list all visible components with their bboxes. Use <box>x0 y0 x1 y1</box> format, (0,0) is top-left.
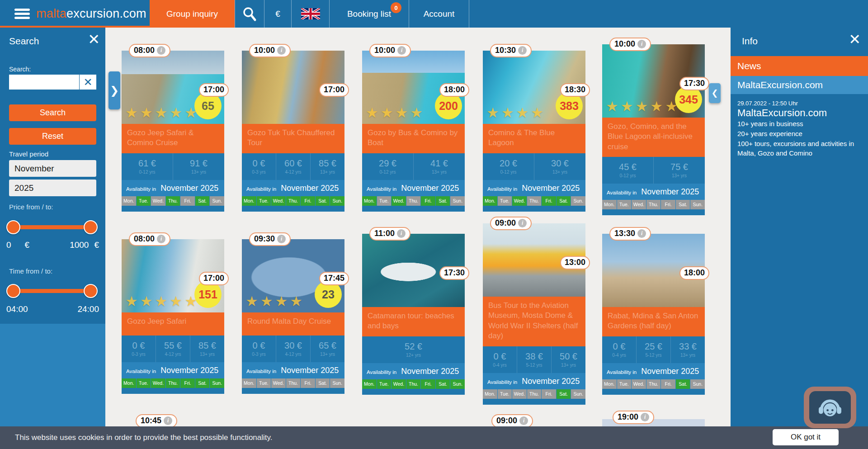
start-time-badge[interactable]: 10:30 i <box>490 44 532 57</box>
start-time-badge[interactable]: 08:00 i <box>129 232 170 246</box>
price-min-handle[interactable] <box>6 220 20 234</box>
weekday-chip: Thu. <box>286 378 301 388</box>
info-icon[interactable]: i <box>637 229 646 238</box>
group-inquiry-button[interactable]: Group inquiry <box>150 0 235 28</box>
excursion-card[interactable]: 09:30 i 17:45 ★★★★ 23 Round Malta Day Cr… <box>242 239 344 394</box>
start-time-badge[interactable]: 13:30 i <box>609 227 651 241</box>
start-time-badge[interactable]: 09:00i <box>491 414 533 428</box>
weekday-chip: Sun. <box>690 379 705 389</box>
info-icon[interactable]: i <box>518 219 527 227</box>
excursion-card[interactable]: 10:00 i 17:00 Gozo Tuk Tuk Chauffered To… <box>242 51 344 212</box>
month-select[interactable]: November <box>9 160 96 177</box>
start-time-badge[interactable]: 19:00i <box>613 411 654 424</box>
language-button[interactable] <box>291 0 329 28</box>
menu-button[interactable] <box>0 0 30 28</box>
search-input[interactable] <box>9 75 79 90</box>
booking-list-button[interactable]: Booking list 0 <box>329 0 409 28</box>
weekday-chip: Sun. <box>330 196 344 206</box>
weekday-chip: Mon. <box>483 389 497 399</box>
start-time: 09:00 <box>495 218 516 228</box>
info-icon[interactable]: i <box>637 40 646 48</box>
info-icon[interactable]: i <box>397 229 406 238</box>
info-icon[interactable]: i <box>157 46 165 55</box>
card-title[interactable]: Catamaran tour: beaches and bays <box>362 307 465 336</box>
card-title[interactable]: Gozo by Bus & Comino by Boat <box>362 124 465 153</box>
info-menu-news[interactable]: News <box>731 56 868 76</box>
end-time: 17:00 <box>203 274 224 284</box>
time-max-handle[interactable] <box>84 284 98 298</box>
hamburger-icon[interactable] <box>14 9 30 19</box>
clear-search-icon[interactable]: ✕ <box>79 75 96 90</box>
start-time-badge[interactable]: 08:00 i <box>129 44 170 57</box>
excursion-card[interactable]: 10:30 i 18:30 ★★★★ 383 Comino & The Blue… <box>483 51 585 212</box>
info-icon[interactable]: i <box>277 235 286 243</box>
availability-row: Availability in November 2025 <box>122 362 224 378</box>
search-button[interactable]: Search <box>9 104 96 121</box>
search-sidebar: Search ✕ Search: ✕ Search Reset Travel p… <box>0 28 105 449</box>
info-icon[interactable]: i <box>397 46 406 55</box>
year-select[interactable]: 2025 <box>9 180 96 196</box>
active-underline <box>0 26 150 28</box>
excursion-card[interactable]: 08:00 i 17:00 ★★★★★ 65 Gozo Jeep Safari … <box>122 51 224 212</box>
card-title[interactable]: Gozo Jeep Safari <box>122 312 224 336</box>
excursion-card[interactable]: 08:00 i 17:00 ★★★★★ 151 Gozo Jeep Safari… <box>122 239 224 394</box>
excursion-card[interactable]: 10:00 i 18:00 ★★★★ 200 Gozo by Bus & Com… <box>362 51 465 212</box>
info-icon[interactable]: i <box>164 416 172 425</box>
info-icon[interactable]: i <box>519 416 528 425</box>
excursion-card[interactable]: 11:00 i 17:30 Catamaran tour: beaches an… <box>362 234 465 395</box>
availability-label: Availability in <box>607 190 637 195</box>
excursion-card[interactable]: 13:30 i 18:00 Rabat, Mdina & San Anton G… <box>602 234 705 395</box>
card-title[interactable]: Rabat, Mdina & San Anton Gardens (half d… <box>602 307 705 336</box>
start-time-badge[interactable]: 09:00 i <box>490 217 532 230</box>
weekday-chip: Wed. <box>632 200 646 209</box>
card-title[interactable]: Round Malta Day Cruise <box>242 312 344 336</box>
price-tier: 38 €5-12 yrs <box>517 346 552 373</box>
info-icon[interactable]: i <box>641 413 649 421</box>
info-icon[interactable]: i <box>157 235 165 243</box>
start-time: 13:30 <box>614 229 635 239</box>
weekday-chip: Wed. <box>392 196 406 206</box>
start-time-badge[interactable]: 09:30 i <box>249 232 291 246</box>
info-menu-site[interactable]: MaltaExcursion.com <box>731 76 868 94</box>
card-title[interactable]: Gozo, Comino, and the Blue Lagoon all-in… <box>602 118 705 157</box>
price-max-handle[interactable] <box>84 220 98 234</box>
weekday-chip: Wed. <box>151 378 165 388</box>
support-chat-widget[interactable] <box>804 387 856 428</box>
start-time-badge[interactable]: 10:45i <box>136 414 177 428</box>
availability-row: Availability in November 2025 <box>602 363 705 379</box>
info-close-icon[interactable]: ✕ <box>849 32 861 47</box>
time-min-handle[interactable] <box>6 284 20 298</box>
star-rating: ★★★★ <box>245 293 305 310</box>
availability-row: Availability in November 2025 <box>483 180 585 196</box>
price-tier: 52 €12+ yrs <box>362 336 465 363</box>
card-title[interactable]: Gozo Jeep Safari & Comino Cruise <box>122 124 224 153</box>
card-title[interactable]: Bus Tour to the Aviation Museum, Mosta D… <box>483 297 585 346</box>
price-tier: 75 €13+ yrs <box>654 157 705 184</box>
weekday-chip: Fri. <box>661 200 675 209</box>
cookie-accept-button[interactable]: OK got it <box>773 429 839 445</box>
excursion-card[interactable]: 09:00 i 13:00 Bus Tour to the Aviation M… <box>483 223 585 405</box>
collapse-info-chevron[interactable]: ❮ <box>709 83 721 103</box>
sidebar-close-icon[interactable]: ✕ <box>88 32 100 47</box>
account-button[interactable]: Account <box>409 0 469 28</box>
start-time-badge[interactable]: 10:00 i <box>609 38 651 51</box>
price-max-unit: € <box>94 240 99 250</box>
excursion-card[interactable]: 10:00 i 17:30 ★★★★★ 345 Gozo, Comino, an… <box>602 44 705 215</box>
site-logo[interactable]: maltaexcursion.com <box>30 0 150 28</box>
start-time-badge[interactable]: 10:00 i <box>249 44 291 57</box>
currency-button[interactable]: € <box>264 0 291 28</box>
reset-button[interactable]: Reset <box>9 128 96 145</box>
weekday-chip: Mon. <box>242 378 256 388</box>
start-time: 09:30 <box>254 234 275 244</box>
search-nav-button[interactable] <box>235 0 264 28</box>
card-title[interactable]: Gozo Tuk Tuk Chauffered Tour <box>242 124 344 153</box>
card-title[interactable]: Comino & The Blue Lagoon <box>483 124 585 153</box>
weekday-chip: Sun. <box>450 379 465 389</box>
expand-sidebar-chevron[interactable]: ❯ <box>108 71 120 109</box>
weekday-chip: Sat. <box>557 196 571 206</box>
info-icon[interactable]: i <box>277 46 286 55</box>
start-time-badge[interactable]: 10:00 i <box>369 44 411 57</box>
info-icon[interactable]: i <box>518 46 527 55</box>
start-time-badge[interactable]: 11:00 i <box>369 227 410 241</box>
start-time: 08:00 <box>134 46 155 56</box>
